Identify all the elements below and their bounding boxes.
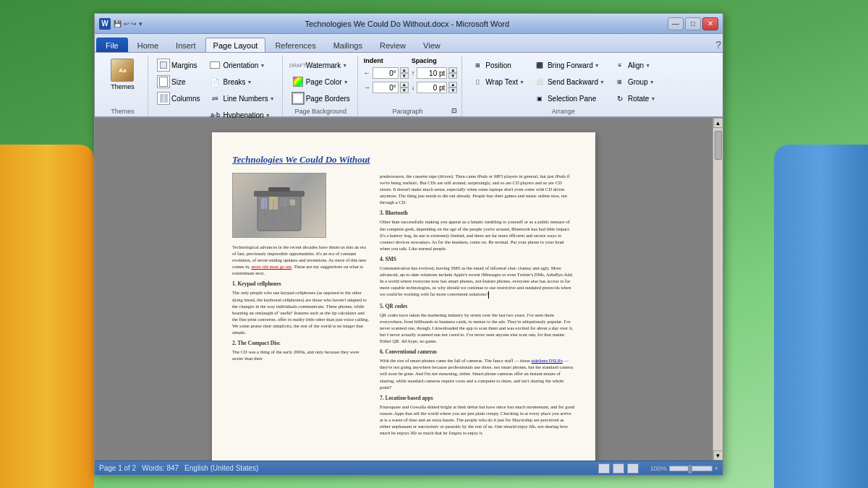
spacing-after-down[interactable]: ▼ <box>448 87 457 93</box>
tab-insert[interactable]: Insert <box>168 38 204 52</box>
right-column: predecessors, the cassette tape (driven)… <box>380 173 575 440</box>
margins-label: Margins <box>171 61 197 69</box>
page-borders-icon <box>292 92 305 105</box>
spacing-before-input[interactable] <box>417 67 447 79</box>
indent-right-input[interactable] <box>373 82 399 93</box>
indent-label: Indent <box>364 57 409 64</box>
close-button[interactable]: ✕ <box>702 17 718 30</box>
tab-mailings[interactable]: Mailings <box>326 38 370 52</box>
themes-button[interactable]: Aa Themes <box>108 57 137 92</box>
trash-visual <box>233 174 326 237</box>
blue-link-cameras: sidelines DSLRs <box>531 358 563 363</box>
page-color-button[interactable]: Page Color ▼ <box>289 74 353 90</box>
minimize-button[interactable]: — <box>668 17 684 30</box>
bring-forward-button[interactable]: ⬛ Bring Forward ▼ <box>530 57 608 73</box>
spacing-before-up[interactable]: ▲ <box>448 67 457 73</box>
title-bar: W 💾 ↩ ↪ ▾ Technologies We Could Do Witho… <box>95 14 723 34</box>
line-numbers-button[interactable]: #≡ Line Numbers ▼ <box>205 90 277 106</box>
margins-button[interactable]: Margins <box>154 57 203 73</box>
tab-file[interactable]: File <box>96 38 128 52</box>
breaks-icon: 📄 <box>208 75 221 88</box>
section-4-text: Communication has evolved, leaving SMS a… <box>380 265 575 299</box>
word-page: Technologies We Could Do Without <box>212 132 595 461</box>
indent-left-spinner: ▲ ▼ <box>373 67 409 79</box>
spacing-label: Spacing <box>412 57 458 64</box>
word-window: W 💾 ↩ ↪ ▾ Technologies We Could Do Witho… <box>94 13 723 476</box>
spacing-after-input[interactable] <box>417 82 447 93</box>
spacing-before-arrows: ▲ ▼ <box>448 67 457 79</box>
indent-left-label: ← <box>364 69 370 77</box>
selection-pane-button[interactable]: ▣ Selection Pane <box>530 90 608 106</box>
spacing-before-control: ↑ ▲ ▼ <box>412 67 458 79</box>
svg-rect-1 <box>254 191 305 197</box>
doc-content[interactable]: Technologies We Could Do Without <box>95 118 712 461</box>
wrap-text-label: Wrap Text <box>485 78 518 86</box>
section-2-cont: predecessors, the cassette tape (driven)… <box>380 173 575 205</box>
orientation-button[interactable]: Orientation ▼ <box>205 57 277 73</box>
quick-access-toolbar: 💾 ↩ ↪ ▾ <box>114 20 142 27</box>
tab-page-layout[interactable]: Page Layout <box>205 38 266 53</box>
section-1-heading: 1. Keypad cellphones <box>232 281 370 287</box>
scroll-up-button[interactable]: ▲ <box>713 118 723 128</box>
tab-references[interactable]: References <box>267 38 323 52</box>
vertical-scrollbar[interactable]: ▲ ▼ <box>712 118 723 461</box>
zoom-in-btn[interactable]: + <box>715 465 718 472</box>
tab-view[interactable]: View <box>415 38 448 52</box>
paragraph-expand[interactable]: ⊡ <box>451 107 457 114</box>
size-button[interactable]: Size <box>154 74 203 90</box>
wrap-text-button[interactable]: ⌷ Wrap Text ▼ <box>468 74 527 90</box>
send-backward-icon: ⬜ <box>533 75 546 88</box>
hyphenation-arrow: ▼ <box>265 113 271 118</box>
view-print-button[interactable] <box>598 463 610 474</box>
breaks-label: Breaks <box>223 78 245 86</box>
rotate-button[interactable]: ↻ Rotate ▼ <box>610 90 658 106</box>
two-column-layout: Technological advances in the recent dec… <box>232 173 575 440</box>
indent-right-down[interactable]: ▼ <box>400 87 409 93</box>
page-borders-button[interactable]: Page Borders <box>289 90 353 106</box>
page-bg-group-label: Page Background <box>289 108 353 115</box>
breaks-button[interactable]: 📄 Breaks ▼ <box>205 74 277 90</box>
columns-button[interactable]: Columns <box>154 90 203 106</box>
spacing-after-spinner: ▲ ▼ <box>417 82 457 93</box>
position-icon: ⊞ <box>471 59 484 72</box>
rotate-label: Rotate <box>628 95 649 103</box>
spacing-after-up[interactable]: ▲ <box>448 82 457 87</box>
send-backward-label: Send Backward <box>548 78 598 86</box>
indent-left-input[interactable] <box>373 67 399 79</box>
position-button[interactable]: ⊞ Position <box>468 57 527 73</box>
view-web-button[interactable] <box>613 463 624 474</box>
help-icon[interactable]: ? <box>715 39 721 51</box>
arrange-col2: ⬛ Bring Forward ▼ ⬜ Send Backward ▼ ▣ Se… <box>530 57 608 106</box>
page-color-arrow: ▼ <box>344 80 349 85</box>
indent-left-control: ← ▲ ▼ <box>364 67 409 79</box>
trash-svg <box>243 176 315 234</box>
align-icon: ≡ <box>613 59 626 72</box>
align-button[interactable]: ≡ Align ▼ <box>610 57 658 73</box>
scroll-down-button[interactable]: ▼ <box>713 450 723 461</box>
maximize-button[interactable]: □ <box>685 17 701 30</box>
indent-right-arrows: ▲ ▼ <box>400 82 409 93</box>
section-6-heading: 6. Conventional cameras <box>380 348 575 355</box>
breaks-arrow: ▼ <box>247 80 252 85</box>
indent-right-spinner: ▲ ▼ <box>373 82 409 93</box>
watermark-button[interactable]: DRAFT Watermark ▼ <box>289 57 353 73</box>
scroll-thumb[interactable] <box>715 131 722 160</box>
view-reading-button[interactable] <box>627 463 639 474</box>
arrange-col3: ≡ Align ▼ ⊞ Group ▼ ↻ Rotate ▼ <box>610 57 658 106</box>
send-backward-button[interactable]: ⬜ Send Backward ▼ <box>530 74 608 90</box>
indent-left-down[interactable]: ▼ <box>400 73 409 79</box>
page-setup-col1: Margins Size Columns <box>154 57 203 106</box>
right-col-1: 5. QR codes QR codes have taken the mark… <box>380 303 575 440</box>
spacing-before-icon: ↑ <box>412 69 415 77</box>
tab-home[interactable]: Home <box>129 38 166 52</box>
status-bar: Page 1 of 2 Words: 847 English (United S… <box>95 461 723 475</box>
indent-left-up[interactable]: ▲ <box>400 67 409 73</box>
paragraph-content: Indent ← ▲ ▼ → <box>364 57 458 106</box>
tab-review[interactable]: Review <box>372 38 414 52</box>
indent-right-up[interactable]: ▲ <box>400 82 409 87</box>
arrange-content: ⊞ Position ⌷ Wrap Text ▼ ⬛ Bring Forward… <box>468 57 658 106</box>
zoom-slider[interactable] <box>669 466 712 471</box>
spacing-before-down[interactable]: ▼ <box>448 73 457 79</box>
paragraph-col1: Indent ← ▲ ▼ → <box>364 57 409 93</box>
group-button[interactable]: ⊞ Group ▼ <box>610 74 658 90</box>
